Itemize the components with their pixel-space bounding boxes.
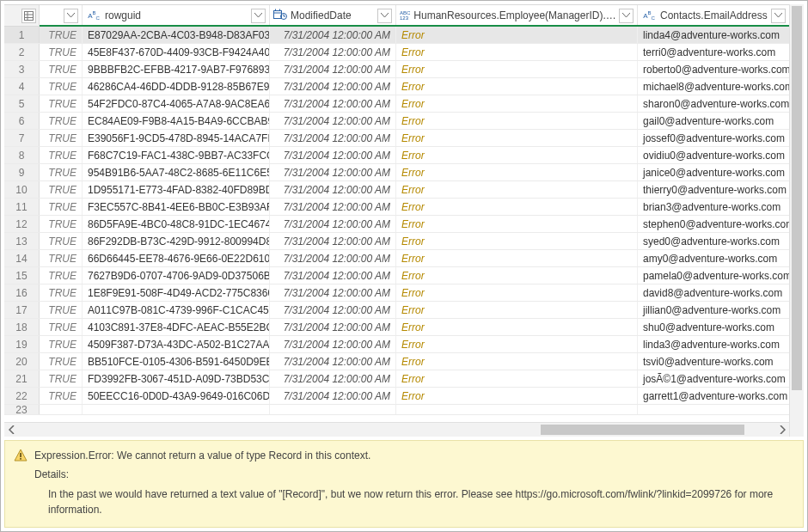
table-row[interactable]: 11TRUEF3EC557C-8B41-4EE6-BB0C-E3B93AFF81… <box>4 199 789 216</box>
cell-error[interactable]: Error <box>396 388 638 404</box>
cell-email[interactable]: amy0@adventure-works.com <box>638 250 789 266</box>
cell-rowguid[interactable]: A011C97B-081C-4739-996F-C1CAC4532F... <box>83 302 270 318</box>
cell-error[interactable]: Error <box>396 164 638 180</box>
scrollbar-thumb[interactable] <box>792 6 802 390</box>
table-row[interactable]: 17TRUEA011C97B-081C-4739-996F-C1CAC4532F… <box>4 302 789 319</box>
row-number[interactable]: 22 <box>4 388 40 404</box>
row-number[interactable]: 8 <box>4 147 40 163</box>
filter-dropdown-icon[interactable] <box>619 9 634 23</box>
cell-email[interactable]: michael8@adventure-works.com <box>638 78 789 95</box>
table-row[interactable]: 22TRUE50EECC16-0D0D-43A9-9649-016C06DE8.… <box>4 388 789 405</box>
table-row[interactable]: 16TRUE1E8F9E91-508F-4D49-ACD2-775C836030… <box>4 284 789 302</box>
cell-flag[interactable]: TRUE <box>40 78 83 95</box>
cell-modifieddate[interactable]: 7/31/2004 12:00:00 AM <box>270 147 396 163</box>
cell-error[interactable]: Error <box>396 130 638 146</box>
table-row[interactable]: 1TRUEE87029AA-2CBA-4C03-B948-D83AF0313..… <box>4 27 789 44</box>
cell-error[interactable]: Error <box>396 147 638 163</box>
row-number[interactable]: 15 <box>4 267 40 284</box>
cell-email[interactable]: gail0@adventure-works.com <box>638 113 789 129</box>
cell-rowguid[interactable]: 46286CA4-46DD-4DDB-9128-85B67E98D... <box>83 78 270 95</box>
cell-error[interactable]: Error <box>396 319 638 335</box>
cell-flag[interactable]: TRUE <box>40 113 83 129</box>
cell-flag[interactable]: TRUE <box>40 353 83 370</box>
cell-email[interactable]: linda3@adventure-works.com <box>638 336 789 352</box>
cell-error[interactable]: Error <box>396 181 638 198</box>
cell-flag[interactable]: TRUE <box>40 130 83 146</box>
row-number[interactable]: 14 <box>4 250 40 266</box>
cell-error[interactable]: Error <box>396 216 638 232</box>
cell-modifieddate[interactable]: 7/31/2004 12:00:00 AM <box>270 216 396 232</box>
scrollbar-track[interactable] <box>790 4 804 422</box>
cell-modifieddate[interactable]: 7/31/2004 12:00:00 AM <box>270 199 396 215</box>
scrollbar-track[interactable] <box>19 423 774 437</box>
table-row[interactable]: 13TRUE86F292DB-B73C-429D-9912-800994D80.… <box>4 233 789 250</box>
cell-error[interactable]: Error <box>396 353 638 370</box>
cell-modifieddate[interactable]: 7/31/2004 12:00:00 AM <box>270 44 396 60</box>
cell-error[interactable]: Error <box>396 78 638 95</box>
row-number[interactable]: 19 <box>4 336 40 352</box>
cell-modifieddate[interactable]: 7/31/2004 12:00:00 AM <box>270 164 396 180</box>
column-header-modifieddate[interactable]: ModifiedDate <box>270 5 396 26</box>
cell-email[interactable]: linda4@adventure-works.com <box>638 27 789 43</box>
scroll-left-icon[interactable] <box>4 422 19 437</box>
table-row[interactable]: 14TRUE66D66445-EE78-4676-9E66-0E22D6109A… <box>4 250 789 267</box>
vertical-scrollbar[interactable] <box>789 4 804 437</box>
filter-dropdown-icon[interactable] <box>377 9 392 23</box>
cell-modifieddate[interactable]: 7/31/2004 12:00:00 AM <box>270 284 396 301</box>
cell-modifieddate[interactable]: 7/31/2004 12:00:00 AM <box>270 267 396 284</box>
cell-error[interactable]: Error <box>396 267 638 284</box>
cell-flag[interactable]: TRUE <box>40 216 83 232</box>
cell-email[interactable]: ovidiu0@adventure-works.com <box>638 147 789 163</box>
cell-error[interactable]: Error <box>396 199 638 215</box>
cell-rowguid[interactable]: 1E8F9E91-508F-4D49-ACD2-775C836030... <box>83 284 270 301</box>
cell-email[interactable]: terri0@adventure-works.com <box>638 44 789 60</box>
cell-error[interactable]: Error <box>396 27 638 43</box>
cell-modifieddate[interactable]: 7/31/2004 12:00:00 AM <box>270 130 396 146</box>
row-number[interactable]: 10 <box>4 181 40 198</box>
cell-flag[interactable]: TRUE <box>40 27 83 43</box>
row-number[interactable]: 12 <box>4 216 40 232</box>
row-number[interactable]: 9 <box>4 164 40 180</box>
cell-rowguid[interactable]: FD3992FB-3067-451D-A09D-73BD53C0F... <box>83 370 270 387</box>
row-number[interactable]: 5 <box>4 95 40 112</box>
cell-flag[interactable]: TRUE <box>40 61 83 77</box>
cell-flag[interactable]: TRUE <box>40 302 83 318</box>
table-row[interactable]: 3TRUE9BBBFB2C-EFBB-4217-9AB7-F976893288.… <box>4 61 789 78</box>
row-number[interactable]: 16 <box>4 284 40 301</box>
cell-modifieddate[interactable]: 7/31/2004 12:00:00 AM <box>270 319 396 335</box>
cell-error[interactable]: Error <box>396 302 638 318</box>
horizontal-scrollbar[interactable] <box>4 422 789 437</box>
filter-dropdown-icon[interactable] <box>251 9 266 23</box>
cell-rowguid[interactable]: 50EECC16-0D0D-43A9-9649-016C06DE8... <box>83 388 270 404</box>
table-row[interactable]: 2TRUE45E8F437-670D-4409-93CB-F9424A40D..… <box>4 44 789 61</box>
cell-flag[interactable]: TRUE <box>40 233 83 249</box>
cell-email[interactable]: janice0@adventure-works.com <box>638 164 789 180</box>
table-row[interactable]: 9TRUE954B91B6-5AA7-48C2-8685-6E11C6E5C..… <box>4 164 789 181</box>
cell-rowguid[interactable]: 54F2FDC0-87C4-4065-A7A8-9AC8EA624... <box>83 95 270 112</box>
cell-flag[interactable]: TRUE <box>40 319 83 335</box>
cell-flag[interactable]: TRUE <box>40 250 83 266</box>
cell-error[interactable]: Error <box>396 370 638 387</box>
cell-flag[interactable]: TRUE <box>40 336 83 352</box>
table-row[interactable]: 8TRUEF68C7C19-FAC1-438C-9BB7-AC33FCC34..… <box>4 147 789 164</box>
cell-rowguid[interactable]: E39056F1-9CD5-478D-8945-14ACA7FBD... <box>83 130 270 146</box>
column-header-title[interactable]: ABC123 HumanResources.Employee(ManagerID… <box>396 5 638 26</box>
cell-rowguid[interactable]: 66D66445-EE78-4676-9E66-0E22D6109A... <box>83 250 270 266</box>
row-number[interactable]: 3 <box>4 61 40 77</box>
cell-rowguid[interactable]: F3EC557C-8B41-4EE6-BB0C-E3B93AFF81... <box>83 199 270 215</box>
data-grid[interactable]: ABC rowguid <box>4 4 789 437</box>
cell-error[interactable]: Error <box>396 113 638 129</box>
cell-modifieddate[interactable]: 7/31/2004 12:00:00 AM <box>270 233 396 249</box>
scroll-right-icon[interactable] <box>774 422 789 437</box>
cell-rowguid[interactable]: E87029AA-2CBA-4C03-B948-D83AF0313... <box>83 27 270 43</box>
cell-rowguid[interactable]: 7627B9D6-0707-4706-9AD9-0D37506B0... <box>83 267 270 284</box>
row-number[interactable]: 20 <box>4 353 40 370</box>
filter-dropdown-icon[interactable] <box>64 9 78 23</box>
cell-email[interactable]: pamela0@adventure-works.com <box>638 267 789 284</box>
cell-rowguid[interactable]: 4509F387-D73A-43DC-A502-B1C27AA1D... <box>83 336 270 352</box>
cell-flag[interactable]: TRUE <box>40 199 83 215</box>
cell-modifieddate[interactable]: 7/31/2004 12:00:00 AM <box>270 388 396 404</box>
cell-flag[interactable]: TRUE <box>40 44 83 60</box>
row-number[interactable]: 6 <box>4 113 40 129</box>
column-header-rowguid[interactable]: ABC rowguid <box>83 5 270 26</box>
